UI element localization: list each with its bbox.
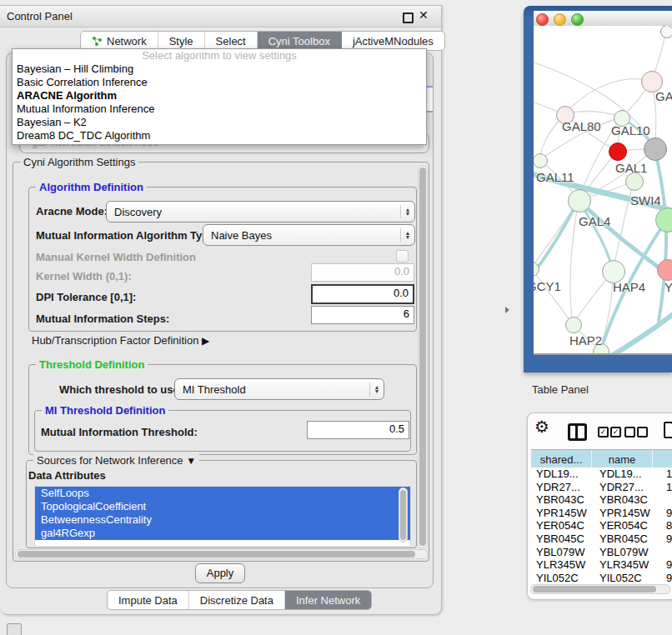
cell xyxy=(659,493,672,507)
dpi-tolerance-field[interactable]: 0.0 xyxy=(311,284,414,304)
close-traffic-light[interactable] xyxy=(536,13,549,26)
network-node[interactable] xyxy=(660,26,672,38)
table-header-row: shared... name xyxy=(531,449,672,469)
tab-impute-data[interactable]: Impute Data xyxy=(108,591,189,609)
table-panel-title: Table Panel xyxy=(532,383,589,396)
table-row[interactable]: YPR145WYPR145W9. xyxy=(531,507,672,520)
dropdown-item[interactable]: Dream8 DC_TDC Algorithm xyxy=(13,129,426,142)
network-node[interactable] xyxy=(565,317,582,333)
network-node-label: GCY1 xyxy=(534,279,561,293)
tab-discretize-data[interactable]: Discretize Data xyxy=(189,591,285,609)
kernel-width-field[interactable]: 0.0 xyxy=(311,263,414,282)
cell: YIL052C xyxy=(596,572,659,585)
network-canvas[interactable]: GALGAL80GAL10GAL1GAL11SWI4GAL4GCY1HAP4YH… xyxy=(534,26,672,355)
table-row[interactable]: YDL19...YDL19...13 xyxy=(531,468,672,481)
attribute-item[interactable]: gal4RGexp xyxy=(35,527,410,540)
bottom-tabbar: Impute Data Discretize Data Infer Networ… xyxy=(107,590,372,610)
table-row[interactable]: YBR045CYBR045C9. xyxy=(531,532,672,546)
minimized-panel-icon[interactable] xyxy=(7,623,22,635)
dropdown-item-highlighted[interactable]: ARACNE Algorithm xyxy=(13,89,426,102)
close-icon[interactable]: ✕ xyxy=(419,8,429,22)
table-row[interactable]: YLR345WYLR345W9. xyxy=(531,558,672,572)
settings-horizontal-scrollbar[interactable] xyxy=(15,549,428,559)
manual-kernel-width-checkbox[interactable] xyxy=(396,250,409,262)
file-icon[interactable] xyxy=(664,422,672,438)
mi-threshold-field[interactable]: 0.5 xyxy=(307,421,409,439)
table-row[interactable]: YIL052CYIL052C9 xyxy=(531,572,672,585)
tab-cyni-toolbox[interactable]: Cyni Toolbox xyxy=(258,32,342,50)
network-node[interactable] xyxy=(644,138,667,161)
cell: YBL079W xyxy=(596,546,659,559)
network-node[interactable] xyxy=(609,142,627,161)
table-row[interactable]: YBL079WYBL079W xyxy=(531,546,672,559)
settings-vertical-scrollbar[interactable] xyxy=(418,165,428,548)
mi-threshold-label: Mutual Information Threshold: xyxy=(41,426,198,438)
which-threshold-select[interactable]: MI Threshold ▲▼ xyxy=(174,378,384,400)
cell: YBL079W xyxy=(531,546,596,559)
sources-title: Sources for Network Inference xyxy=(37,454,183,467)
unchecked-checkbox-icon[interactable] xyxy=(624,427,635,438)
column-header-name[interactable]: name xyxy=(592,450,653,468)
cell: YER054C xyxy=(596,519,659,532)
gear-icon[interactable]: ⚙ xyxy=(534,417,549,437)
hub-definition-label: Hub/Transcription Factor Definition xyxy=(32,334,198,347)
network-view-titlebar[interactable] xyxy=(534,11,672,27)
table-body: YDL19...YDL19...13 YDR27...YDR27...12 YB… xyxy=(531,468,672,584)
expanded-arrow-icon: ▼ xyxy=(186,455,196,467)
aracne-mode-select[interactable]: Discovery ▲▼ xyxy=(106,201,415,222)
control-panel-titlebar[interactable]: Control Panel ✕ xyxy=(0,6,441,28)
table-row[interactable]: YDR27...YDR27...12 xyxy=(531,481,672,494)
unchecked-checkbox-icon[interactable] xyxy=(637,427,648,438)
split-divider-arrow[interactable] xyxy=(505,307,509,313)
tab-discretize-data-label: Discretize Data xyxy=(200,594,273,607)
dropdown-item[interactable]: Bayesian – Hill Climbing xyxy=(13,62,426,76)
cell: 9. xyxy=(659,558,672,572)
table-row[interactable]: YER054CYER054C8. xyxy=(531,519,672,532)
tab-network[interactable]: Network xyxy=(81,32,158,50)
tab-network-label: Network xyxy=(107,35,147,48)
mi-steps-field[interactable]: 6 xyxy=(311,306,414,324)
apply-button[interactable]: Apply xyxy=(195,563,245,583)
dropdown-item[interactable]: Basic Correlation Inference xyxy=(13,76,426,89)
data-attributes-list[interactable]: SelfLoops TopologicalCoefficient Between… xyxy=(34,486,411,547)
network-node[interactable] xyxy=(625,172,644,191)
cell: YDR27... xyxy=(596,481,659,494)
attribute-item[interactable]: SelfLoops xyxy=(35,487,410,500)
tab-jactivemnodules-label: jActiveMNodules xyxy=(353,35,434,48)
network-node-label: GAL10 xyxy=(611,123,650,138)
dropdown-item[interactable]: Mutual Information Inference xyxy=(13,102,426,116)
tab-infer-network[interactable]: Infer Network xyxy=(285,591,371,609)
desktop: Control Panel ✕ Network Style Select Cyn… xyxy=(0,0,672,635)
attributes-list-scrollbar[interactable] xyxy=(399,488,408,542)
cell: YDR27... xyxy=(531,481,596,494)
tab-infer-network-label: Infer Network xyxy=(296,594,360,607)
tab-select[interactable]: Select xyxy=(205,32,258,50)
tab-jactivemnodules[interactable]: jActiveMNodules xyxy=(342,32,444,50)
network-tab-icon xyxy=(92,36,103,47)
tab-style-label: Style xyxy=(169,35,193,48)
tab-style[interactable]: Style xyxy=(158,32,205,50)
table-horizontal-scrollbar[interactable] xyxy=(530,584,670,594)
dropdown-item[interactable]: Bayesian – K2 xyxy=(13,116,426,129)
cell: YBR043C xyxy=(596,493,659,507)
spinner-arrows-icon: ▲▼ xyxy=(400,228,414,242)
column-header-shared-name[interactable]: shared... xyxy=(531,450,592,468)
cell: YPR145W xyxy=(531,507,596,520)
attribute-item[interactable]: TopologicalCoefficient xyxy=(35,500,410,513)
minimize-traffic-light[interactable] xyxy=(554,13,566,26)
sources-title-toggle[interactable]: Sources for Network Inference ▼ xyxy=(33,454,199,467)
float-window-icon[interactable] xyxy=(403,12,414,23)
attribute-item[interactable]: BetweennessCentrality xyxy=(35,513,410,527)
zoom-traffic-light[interactable] xyxy=(571,13,584,26)
checked-checkbox-icon[interactable]: ✓ xyxy=(610,427,621,438)
network-node[interactable] xyxy=(568,189,591,212)
mi-algorithm-type-select[interactable]: Naive Bayes ▲▼ xyxy=(203,224,415,246)
checked-checkbox-icon[interactable]: ✓ xyxy=(598,427,609,438)
network-node-label: GAL1 xyxy=(615,161,647,175)
hub-definition-toggle[interactable]: Hub/Transcription Factor Definition ▶ xyxy=(32,334,209,347)
columns-icon[interactable] xyxy=(568,423,587,441)
data-attributes-label: Data Attributes xyxy=(28,469,106,482)
table-row[interactable]: YBR043CYBR043C xyxy=(531,493,672,507)
column-header-partial[interactable] xyxy=(653,450,672,468)
cell xyxy=(659,546,672,559)
